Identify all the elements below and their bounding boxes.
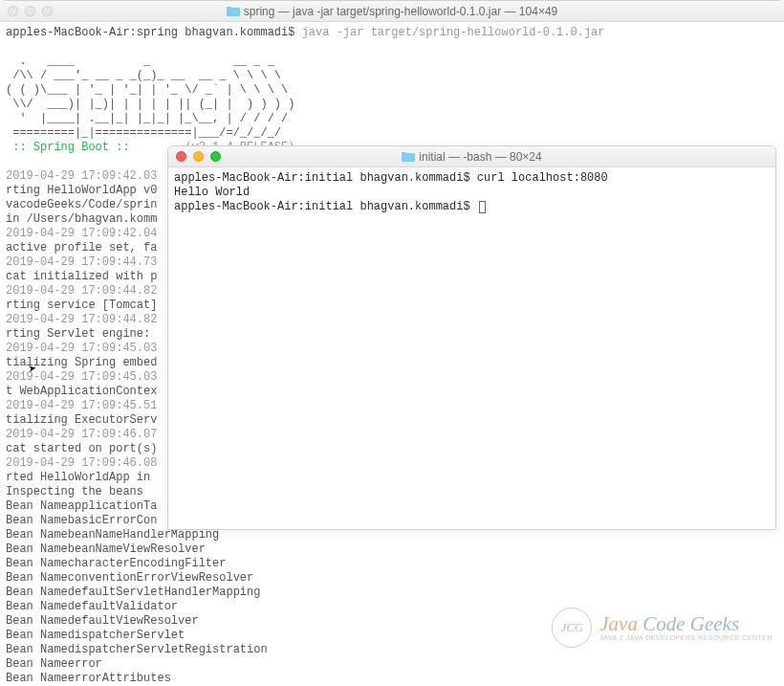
- spring-boot-label: :: Spring Boot ::: [6, 141, 130, 154]
- log-line: rting Servlet engine:: [6, 327, 157, 341]
- log-line: active profile set, fa: [6, 241, 157, 254]
- log-line: cat started on port(s): [6, 442, 157, 455]
- watermark-badge-icon: JCG: [552, 608, 592, 648]
- log-line: Bean NamedispatcherServletRegistration: [6, 643, 268, 656]
- prompt-front-2: apples-MacBook-Air:initial bhagvan.komma…: [174, 200, 477, 213]
- prompt-front-1: apples-MacBook-Air:initial bhagvan.komma…: [174, 171, 608, 185]
- folder-icon: [402, 151, 415, 162]
- maximize-icon[interactable]: [210, 151, 221, 162]
- folder-icon: [227, 6, 240, 16]
- cursor-block-icon: [479, 201, 486, 213]
- log-line: Bean Nameerror: [6, 657, 102, 671]
- log-line: Bean NameerrorAttributes: [6, 672, 171, 685]
- window-title-back: spring — java -jar target/spring-hellowo…: [8, 5, 776, 18]
- titlebar-front[interactable]: initial — -bash — 80×24: [168, 146, 775, 167]
- ascii-art-line: ( ( )\___ | '_ | '_| | '_ \/ _` | \ \ \ …: [6, 83, 288, 97]
- traffic-lights-back: [8, 6, 53, 16]
- minimize-icon[interactable]: [25, 6, 35, 16]
- titlebar-back[interactable]: spring — java -jar target/spring-hellowo…: [0, 1, 784, 22]
- log-line: Bean NamebasicErrorCon: [6, 514, 157, 527]
- minimize-icon[interactable]: [193, 151, 204, 162]
- log-line: Bean NamecharacterEncodingFilter: [6, 557, 226, 570]
- log-line: Inspecting the beans: [6, 485, 150, 498]
- close-icon[interactable]: [176, 151, 186, 162]
- title-text-back: spring — java -jar target/spring-hellowo…: [244, 5, 558, 18]
- terminal-content-front[interactable]: apples-MacBook-Air:initial bhagvan.komma…: [168, 167, 775, 218]
- log-line: tializing ExecutorServ: [6, 413, 157, 427]
- output-hello: Hello World: [174, 186, 250, 199]
- log-line: Bean NameconventionErrorViewResolver: [6, 571, 253, 585]
- terminal-window-initial[interactable]: initial — -bash — 80×24 apples-MacBook-A…: [167, 145, 776, 530]
- window-title-front: initial — -bash — 80×24: [176, 150, 768, 164]
- log-line: cat initialized with p: [6, 270, 157, 283]
- log-line: in /Users/bhagvan.komm: [6, 212, 157, 226]
- traffic-lights-front: [176, 151, 221, 162]
- log-line: Bean NameapplicationTa: [6, 499, 157, 513]
- ascii-art-line: /\\ / ___'_ __ _ _(_)_ __ __ _ \ \ \ \: [6, 69, 281, 82]
- maximize-icon[interactable]: [42, 6, 53, 16]
- log-line: rted HelloWorldApp in: [6, 471, 157, 484]
- log-line: Bean NamebeanNameViewResolver: [6, 542, 206, 556]
- log-line: vacodeGeeks/Code/sprin: [6, 198, 157, 211]
- ascii-art-line: . ____ _ __ _ _: [6, 55, 274, 68]
- log-line: rting service [Tomcat]: [6, 299, 157, 312]
- log-line: Bean NamedefaultViewResolver: [6, 614, 199, 628]
- close-icon[interactable]: [8, 6, 18, 16]
- log-line: Bean NamebeanNameHandlerMapping: [6, 528, 219, 542]
- log-line: rting HelloWorldApp v0: [6, 184, 157, 197]
- watermark: JCG Java Code Geeks JAVA 2 JAVA DEVELOPE…: [552, 608, 773, 648]
- log-line: Bean NamedispatcherServlet: [6, 629, 185, 642]
- ascii-art-line: \\/ ___)| |_)| | | | | || (_| | ) ) ) ): [6, 98, 294, 111]
- ascii-art-line: ' |____| .__|_| |_|_| |_\__, | / / / /: [6, 112, 288, 125]
- log-line: Bean NamedefaultServletHandlerMapping: [6, 586, 260, 599]
- title-text-front: initial — -bash — 80×24: [419, 150, 541, 164]
- ascii-art-line: =========|_|==============|___/=/_/_/_/: [6, 126, 281, 140]
- watermark-text: Java Code Geeks JAVA 2 JAVA DEVELOPERS R…: [599, 613, 773, 641]
- log-line: tializing Spring embed: [6, 356, 157, 369]
- prompt-back: apples-MacBook-Air:spring bhagvan.kommad…: [6, 26, 605, 39]
- log-line: Bean NamedefaultValidator: [6, 600, 178, 613]
- log-line: t WebApplicationContex: [6, 385, 157, 398]
